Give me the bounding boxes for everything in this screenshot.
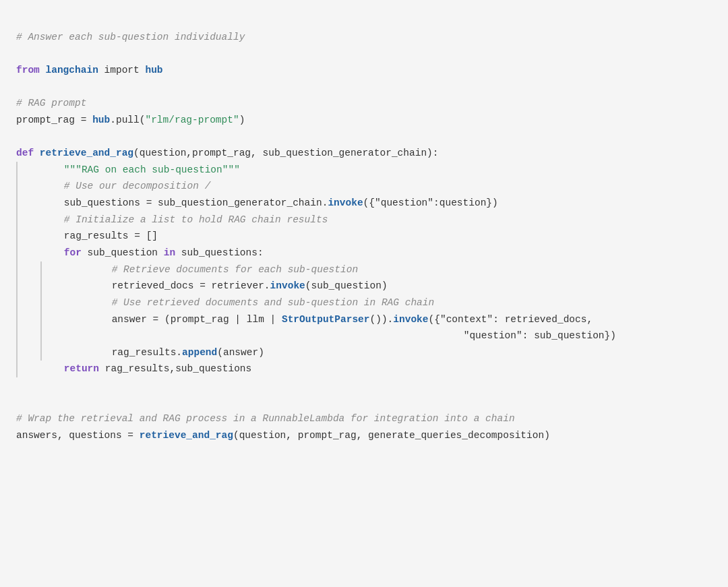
line-sub-questions: sub_questions = sub_question_generator_c… <box>40 195 712 212</box>
line-answers: answers, questions = retrieve_and_rag(qu… <box>16 430 550 441</box>
line-comment-1: # Answer each sub-question individually <box>16 32 245 42</box>
for-body: # Retrieve documents for each sub-questi… <box>65 261 712 361</box>
line-answer-1: answer = (prompt_rag | llm | StrOutputPa… <box>65 311 712 328</box>
line-answer-2: "question": sub_question}) <box>65 328 712 344</box>
line-return: return rag_results,sub_questions <box>40 361 712 377</box>
line-retrieved-docs: retrieved_docs = retriever.invoke(sub_qu… <box>65 278 712 295</box>
indent-bar-2 <box>40 261 42 361</box>
line-import: from langchain import hub <box>16 65 163 75</box>
line-comment-init: # Initialize a list to hold RAG chain re… <box>40 212 712 228</box>
line-comment-retrieve: # Retrieve documents for each sub-questi… <box>65 261 712 278</box>
line-for: for sub_question in sub_questions: <box>40 245 712 261</box>
line-comment-rag: # RAG prompt <box>16 98 86 109</box>
line-docstring: """RAG on each sub-question""" <box>40 162 712 179</box>
line-def: def retrieve_and_rag(question,prompt_rag… <box>16 148 439 158</box>
line-append: rag_results.append(answer) <box>65 344 712 361</box>
line-comment-wrap: # Wrap the retrieval and RAG process in … <box>16 413 515 424</box>
function-body: """RAG on each sub-question""" # Use our… <box>40 162 712 377</box>
indent-bar-1 <box>16 162 18 377</box>
line-rag-results: rag_results = [] <box>40 228 712 245</box>
line-comment-decomp: # Use our decomposition / <box>40 178 712 195</box>
line-prompt-rag: prompt_rag = hub.pull("rlm/rag-prompt") <box>16 115 245 125</box>
line-comment-use: # Use retrieved documents and sub-questi… <box>65 295 712 311</box>
code-container: # Answer each sub-question individually … <box>0 0 728 587</box>
